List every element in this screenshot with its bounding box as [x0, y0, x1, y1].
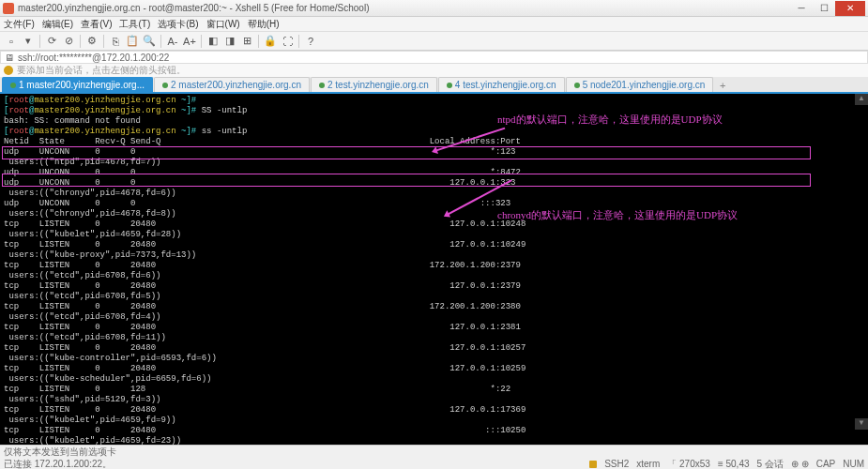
tool1-icon[interactable]: ◧ [206, 34, 221, 49]
reconnect-icon[interactable]: ⟳ [44, 34, 59, 49]
address-bar[interactable]: 🖥ssh://root:*********@172.20.1.200:22 [0, 51, 868, 64]
titlebar: master200.yinzhengjie.org.cn - root@mast… [0, 0, 868, 17]
status-dot-icon [10, 83, 16, 88]
add-tab-button[interactable]: + [716, 79, 729, 92]
statusbar: 仅将文本发送到当前选项卡 已连接 172.20.1.200:22。 SSH2 x… [0, 445, 868, 469]
status-dot-icon [162, 83, 168, 88]
font-plus-icon[interactable]: A+ [182, 34, 197, 49]
hint-text: 要添加当前会话，点击左侧的箭头按钮。 [17, 64, 186, 77]
session-tab[interactable]: 5 node201.yinzhengjie.org.cn [566, 77, 714, 92]
status-term: xterm [636, 459, 660, 469]
scroll-up-icon[interactable]: ▲ [855, 94, 868, 105]
session-tabs: 1 master200.yinzhengjie.org...2 master20… [0, 77, 868, 94]
props-icon[interactable]: ⚙ [84, 34, 99, 49]
close-button[interactable]: ✕ [835, 1, 865, 16]
ssl-lock-icon [589, 461, 597, 468]
hint-icon [4, 66, 13, 75]
app-icon [3, 3, 14, 14]
status-dot-icon [319, 83, 325, 88]
menu-window[interactable]: 窗口(W) [206, 18, 240, 31]
hint-bar: 要添加当前会话，点击左侧的箭头按钮。 [0, 64, 868, 77]
highlight-box [2, 146, 811, 159]
copy-icon[interactable]: ⎘ [108, 34, 123, 49]
menu-help[interactable]: 帮助(H) [248, 18, 280, 31]
status-sess: 5 会话 [757, 458, 784, 470]
minimize-button[interactable]: ─ [790, 1, 813, 16]
session-tab[interactable]: 2 master200.yinzhengjie.org.cn [154, 77, 310, 92]
fullscreen-icon[interactable]: ⛶ [280, 34, 295, 49]
scroll-down-icon[interactable]: ▼ [855, 418, 868, 430]
status-conn: 已连接 172.20.1.200:22。 [4, 458, 112, 470]
menu-view[interactable]: 查看(V) [81, 18, 112, 31]
session-tab[interactable]: 4 test.yinzhengjie.org.cn [438, 77, 565, 92]
highlight-box [2, 174, 811, 187]
session-tab[interactable]: 1 master200.yinzhengjie.org... [2, 77, 153, 92]
menu-file[interactable]: 文件(F) [4, 18, 35, 31]
disconnect-icon[interactable]: ⊘ [61, 34, 76, 49]
window-title: master200.yinzhengjie.org.cn - root@mast… [18, 3, 790, 13]
terminal[interactable]: [root@master200.yinzhengjie.org.cn ~]# [… [0, 94, 868, 456]
status-top: 仅将文本发送到当前选项卡 [0, 446, 868, 458]
status-cap: CAP [816, 459, 836, 469]
lock-icon[interactable]: 🔒 [263, 34, 278, 49]
find-icon[interactable]: 🔍 [142, 34, 157, 49]
paste-icon[interactable]: 📋 [125, 34, 140, 49]
annotation-chronyd: chronyd的默认端口，注意哈，这里使用的是UDP协议 [497, 210, 738, 220]
annotation-ntpd: ntpd的默认端口，注意哈，这里使用的是UDP协议 [497, 114, 723, 125]
open-icon[interactable]: ▾ [21, 34, 36, 49]
status-dot-icon [574, 83, 580, 88]
help-icon[interactable]: ? [303, 34, 318, 49]
menu-tools[interactable]: 工具(T) [119, 18, 150, 31]
scrollbar[interactable]: ▲ ▼ [855, 94, 868, 443]
status-num: NUM [843, 459, 864, 469]
new-icon[interactable]: ▫ [4, 34, 19, 49]
menu-edit[interactable]: 编辑(E) [42, 18, 73, 31]
maximize-button[interactable]: ☐ [813, 1, 835, 16]
status-dot-icon [447, 83, 452, 88]
menu-tabs[interactable]: 选项卡(B) [158, 18, 198, 31]
session-tab[interactable]: 2 test.yinzhengjie.org.cn [311, 77, 437, 92]
tool3-icon[interactable]: ⊞ [239, 34, 254, 49]
menubar: 文件(F) 编辑(E) 查看(V) 工具(T) 选项卡(B) 窗口(W) 帮助(… [0, 17, 868, 32]
toolbar: ▫ ▾ ⟳ ⊘ ⚙ ⎘ 📋 🔍 A- A+ ◧ ◨ ⊞ 🔒 ⛶ ? [0, 32, 868, 51]
tool2-icon[interactable]: ◨ [222, 34, 237, 49]
font-minus-icon[interactable]: A- [165, 34, 180, 49]
status-ssh: SSH2 [604, 459, 629, 469]
